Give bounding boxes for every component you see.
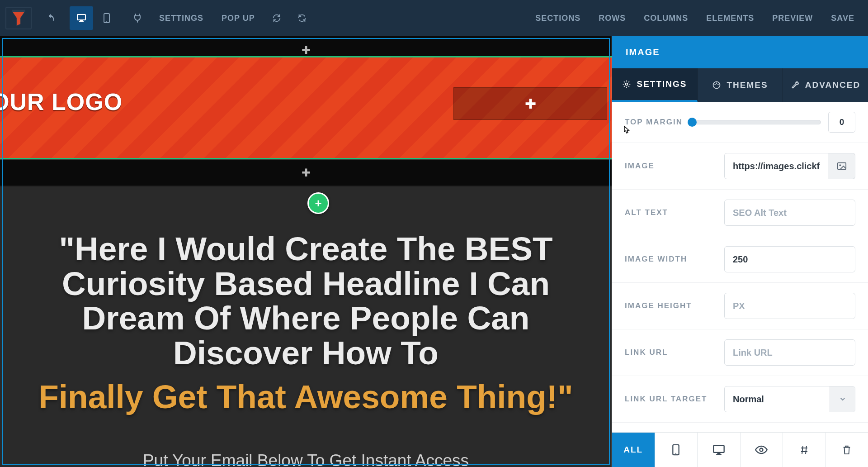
mobile-icon: [103, 13, 111, 24]
tab-themes-label: THEMES: [726, 80, 768, 90]
label-image-height: IMAGE HEIGHT: [625, 301, 692, 310]
field-link-url: LINK URL: [612, 329, 868, 376]
sections-button[interactable]: SECTIONS: [527, 6, 589, 30]
section-header-dark[interactable]: ✚ OUR LOGO ✚ ✚: [0, 36, 612, 186]
image-width-input[interactable]: [724, 246, 855, 272]
svg-point-5: [106, 21, 107, 22]
rows-button[interactable]: ROWS: [590, 6, 634, 30]
field-top-margin: TOP MARGIN: [612, 102, 868, 143]
select-value: Normal: [725, 394, 772, 405]
hero-headline[interactable]: "Here I Would Create The BEST Curiosity …: [0, 232, 612, 371]
hero-section[interactable]: "Here I Would Create The BEST Curiosity …: [0, 186, 612, 467]
add-element-below[interactable]: ✚: [0, 160, 612, 186]
cursor-pointer-icon: [620, 125, 632, 138]
orange-header-row[interactable]: OUR LOGO ✚: [0, 57, 612, 158]
hero-subheadline[interactable]: Put Your Email Below To Get Instant Acce…: [0, 451, 612, 467]
top-margin-value[interactable]: [828, 112, 855, 133]
wrench-icon: [791, 81, 800, 90]
hash-icon: [799, 444, 810, 455]
link-url-target-select[interactable]: Normal: [724, 386, 855, 412]
svg-rect-15: [713, 446, 724, 453]
refresh-b-button[interactable]: [290, 6, 314, 30]
tab-advanced[interactable]: ADVANCED: [783, 68, 868, 102]
mobile-icon: [671, 443, 680, 456]
svg-rect-17: [716, 454, 722, 455]
svg-rect-1: [77, 14, 85, 20]
image-icon: [837, 162, 847, 171]
footer-delete-button[interactable]: [826, 433, 868, 467]
add-column-button[interactable]: ✚: [453, 87, 607, 120]
desktop-view-button[interactable]: [70, 6, 93, 30]
field-alt-text: ALT TEXT: [612, 190, 868, 236]
editor-canvas[interactable]: ✚ OUR LOGO ✚ ✚ "Here I Would Create The …: [0, 36, 612, 467]
tab-settings[interactable]: SETTINGS: [612, 68, 698, 102]
label-link-url-target: LINK URL TARGET: [625, 395, 707, 404]
field-image-height: IMAGE HEIGHT: [612, 283, 868, 329]
columns-button[interactable]: COLUMNS: [636, 6, 696, 30]
svg-rect-3: [79, 21, 84, 22]
svg-rect-16: [717, 453, 720, 454]
slider-thumb[interactable]: [688, 118, 697, 127]
plug-icon: [133, 13, 142, 23]
footer-desktop-button[interactable]: [698, 433, 741, 467]
tab-advanced-label: ADVANCED: [805, 80, 860, 90]
label-image-width: IMAGE WIDTH: [625, 255, 687, 264]
svg-point-12: [839, 164, 841, 166]
footer-visibility-button[interactable]: [741, 433, 783, 467]
chevron-down-icon: [830, 386, 855, 412]
svg-point-10: [717, 84, 719, 85]
app-logo[interactable]: [5, 7, 32, 29]
label-image: IMAGE: [625, 162, 655, 171]
apps-button[interactable]: [126, 6, 149, 30]
footer-all-button[interactable]: ALL: [612, 433, 655, 467]
tab-settings-label: SETTINGS: [637, 79, 687, 89]
image-url-input[interactable]: [724, 153, 828, 179]
add-row-gap: ✚: [0, 159, 612, 186]
label-link-url: LINK URL: [625, 348, 668, 357]
gear-icon: [622, 80, 631, 89]
field-image: IMAGE: [612, 143, 868, 190]
svg-rect-2: [80, 20, 83, 21]
footer-css-id-button[interactable]: [783, 433, 826, 467]
refresh-cw-icon: [297, 13, 307, 23]
save-button[interactable]: SAVE: [823, 6, 863, 30]
sidebar-tabs: SETTINGS THEMES ADVANCED: [612, 68, 868, 102]
footer-mobile-button[interactable]: [655, 433, 698, 467]
top-margin-slider[interactable]: [692, 120, 821, 124]
preview-button[interactable]: PREVIEW: [764, 6, 821, 30]
elements-button[interactable]: ELEMENTS: [698, 6, 762, 30]
eye-icon: [755, 445, 768, 454]
refresh-a-button[interactable]: [265, 6, 288, 30]
alt-text-input[interactable]: [724, 200, 855, 226]
settings-button[interactable]: SETTINGS: [151, 6, 212, 30]
top-toolbar: SETTINGS POP UP SECTIONS ROWS COLUMNS EL…: [0, 0, 868, 36]
svg-point-18: [760, 448, 763, 452]
refresh-ccw-icon: [272, 13, 282, 23]
row-selected[interactable]: OUR LOGO ✚: [0, 56, 612, 159]
link-url-input[interactable]: [724, 339, 855, 366]
popup-button[interactable]: POP UP: [213, 6, 263, 30]
sidebar-title: IMAGE: [612, 36, 868, 68]
sidebar-body: TOP MARGIN IMAGE ALT TEXT: [612, 102, 868, 432]
hero-headline-accent[interactable]: Finally Get That Awesome Thing!": [0, 379, 612, 415]
palette-icon: [712, 81, 721, 90]
image-height-input[interactable]: [724, 293, 855, 319]
svg-rect-0: [12, 10, 25, 12]
desktop-icon: [712, 444, 725, 455]
field-image-width: IMAGE WIDTH: [612, 236, 868, 283]
add-section-fab[interactable]: +: [307, 192, 329, 214]
label-alt-text: ALT TEXT: [625, 208, 668, 217]
mobile-view-button[interactable]: [95, 6, 118, 30]
image-picker-button[interactable]: [828, 153, 855, 179]
svg-point-8: [715, 84, 716, 85]
logo-placeholder-text[interactable]: OUR LOGO: [0, 88, 123, 115]
undo-icon: [46, 13, 56, 23]
svg-point-6: [626, 83, 628, 86]
field-link-url-target: LINK URL TARGET Normal: [612, 376, 868, 423]
tab-themes[interactable]: THEMES: [698, 68, 783, 102]
label-top-margin: TOP MARGIN: [625, 118, 683, 127]
funnel-icon: [11, 9, 26, 27]
add-element-top[interactable]: ✚: [0, 44, 612, 56]
undo-button[interactable]: [39, 6, 62, 30]
desktop-icon: [76, 13, 87, 24]
